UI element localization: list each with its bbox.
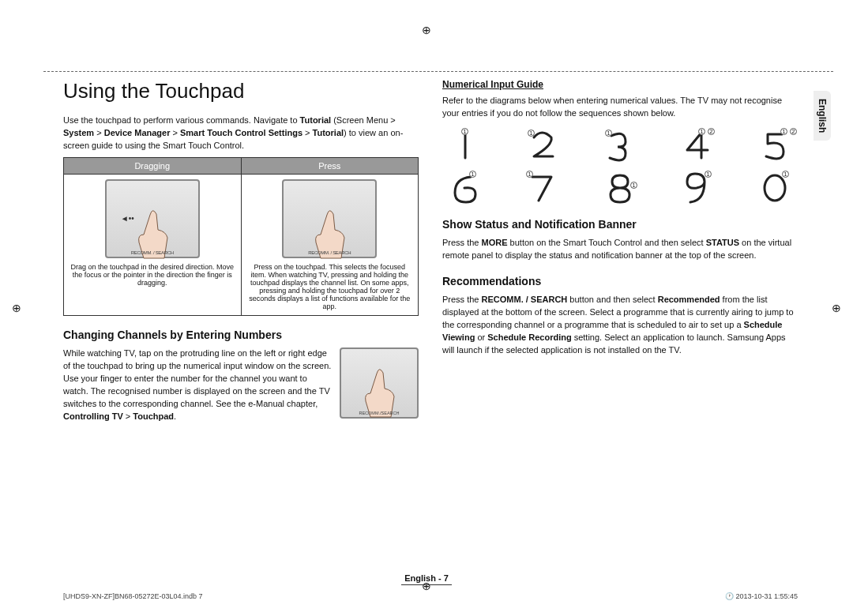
section-heading-numerical-guide: Numerical Input Guide [442,79,798,90]
right-column: Numerical Input Guide Refer to the diagr… [442,79,798,569]
digit-8: 1 [600,171,640,205]
section-heading-recommendations: Recommendations [442,275,798,287]
finger-icon [133,205,172,261]
svg-point-0 [765,175,785,201]
touchpad-figure-small [340,347,419,419]
digit-row-2: 1 1 1 1 1 [445,171,795,205]
section-heading-status-banner: Show Status and Notification Banner [442,218,798,231]
table-cell-dragging-image: ◄•• Drag on the touchpad in the desired … [64,174,242,315]
digit-3: 1 [600,128,640,163]
page-content: Using the Touchpad Use the touchpad to p… [63,79,798,569]
finger-icon [310,205,349,261]
crop-mark-icon [422,24,431,36]
digit-0: 1 [755,171,795,205]
section-paragraph-numerical-guide: Refer to the diagrams below when enterin… [442,95,798,120]
intro-paragraph: Use the touchpad to perform various comm… [63,115,419,152]
language-side-tab: English [814,91,831,141]
table-header-dragging: Dragging [64,157,242,174]
page-title: Using the Touchpad [63,79,419,103]
digit-5: 12 [755,128,795,163]
top-dashed-rule [43,71,833,72]
table-cell-press-image: Press on the touchpad. This selects the … [241,174,419,315]
digit-9: 1 [678,171,717,205]
digit-2: 1 [523,128,562,163]
digit-1: 1 [445,128,485,163]
meta-file-path: [UHDS9-XN-ZF]BN68-05272E-03L04.indb 7 [63,592,203,600]
table-header-press: Press [241,157,419,174]
touchpad-table: Dragging Press ◄•• Drag on the touchpad … [63,157,419,316]
meta-timestamp: 2013-10-31 1:55:45 [725,592,798,600]
finger-icon [359,364,399,419]
section-paragraph-status-banner: Press the MORE button on the Smart Touch… [442,237,798,262]
left-column: Using the Touchpad Use the touchpad to p… [63,79,419,569]
section-paragraph-recommendations: Press the RECOMM. / SEARCH button and th… [442,294,798,357]
digit-6: 1 [445,171,485,205]
section-heading-channels: Changing Channels by Entering Numbers [63,329,419,341]
digit-row-1: 1 1 1 12 12 [445,128,795,163]
page-footer: English - 7 [0,573,853,583]
crop-mark-icon [12,302,21,314]
crop-mark-icon [832,302,841,314]
digit-7: 1 [523,171,562,205]
digit-4: 12 [678,128,717,163]
